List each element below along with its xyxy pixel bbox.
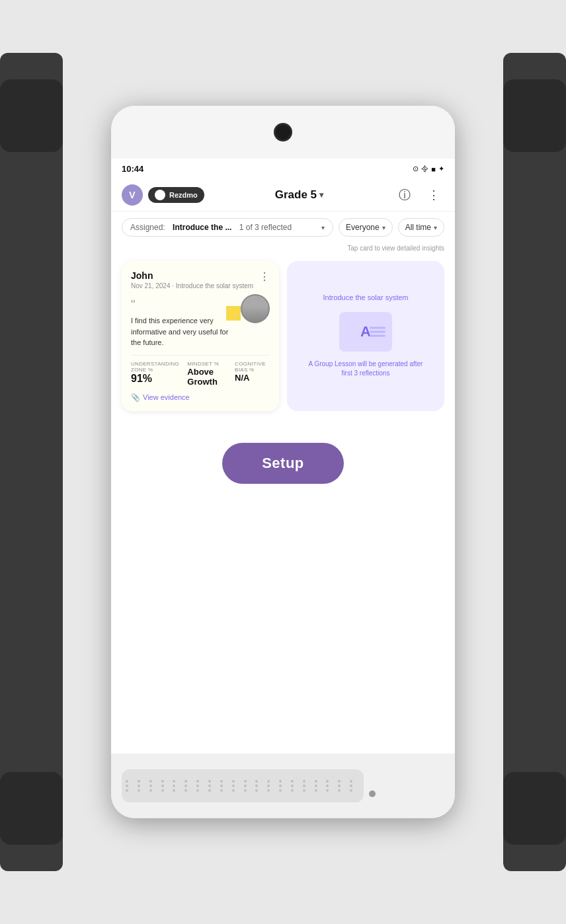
speaker-dot [244,785,247,787]
speaker-dot [220,789,223,792]
quote-mark-icon: " [131,296,237,314]
speaker-dot [244,789,247,792]
speaker-dot [220,785,223,787]
setup-button[interactable]: Setup [222,443,344,484]
speaker-dot [267,785,270,787]
speaker-dot [267,789,270,792]
lesson-lines [370,327,385,337]
stand-wrapper: 10:44 ⊙ 令 ■ ✦ V Rezdmo [0,0,566,924]
group-desc-line1: A Group Lesson will be generated after [309,360,423,367]
status-bar: 10:44 ⊙ 令 ■ ✦ [111,159,455,179]
yellow-dot-decoration [226,306,241,321]
speaker-dot [350,780,352,783]
speaker-dot [255,780,258,783]
card-student-info: John Nov 21, 2024 · Introduce the solar … [131,270,253,289]
toggle-button[interactable]: Rezdmo [148,187,204,203]
speaker-grille [122,769,364,802]
cognitive-value: N/A [235,373,270,383]
status-time: 10:44 [122,164,143,174]
toggle-label: Rezdmo [169,191,198,199]
top-bezel [111,106,455,159]
speaker-dot [326,785,329,787]
avatar-silhouette [242,295,268,322]
assigned-filter[interactable]: Assigned: Introduce the ... 1 of 3 refle… [122,218,333,237]
speaker-dot [126,785,128,787]
speaker-dot [255,785,258,787]
mindset-value: Above Growth [187,367,227,387]
cognitive-metric: COGNITIVE BIAS % N/A [235,361,270,387]
info-icon: ⓘ [399,187,411,203]
everyone-chevron-icon: ▾ [382,224,385,231]
metrics-row: UNDERSTANDING ZONE % 91% MINDSET % Above… [131,355,270,387]
cards-container: John Nov 21, 2024 · Introduce the solar … [111,256,455,416]
toggle-circle [155,190,165,200]
speaker-dot [232,789,235,792]
speaker-dot [338,789,341,792]
speaker-dot [315,789,317,792]
speaker-dot [338,780,341,783]
speaker-dot [303,785,305,787]
grip-bottom-right [503,772,566,845]
card-date: Nov 21, 2024 · Introduce the solar syste… [131,282,253,289]
speaker-dot [196,785,199,787]
speaker-dot [149,785,152,787]
speaker-dot [291,789,294,792]
status-battery-icon: ■ [431,165,436,173]
speaker-dot [232,780,235,783]
grade-chevron-icon: ▾ [319,190,323,200]
status-signal-icon: ⊙ [413,165,419,173]
bottom-bezel-inner [111,764,455,808]
speaker-dot [138,780,140,783]
card-menu-icon: ⋮ [259,271,270,282]
all-time-chevron-icon: ▾ [434,224,437,231]
speaker-dot [338,785,341,787]
view-evidence-label: View evidence [143,393,190,401]
speaker-dot [138,785,140,787]
speaker-dot [208,785,211,787]
student-name: John [131,270,253,281]
speaker-dot [279,785,282,787]
everyone-dropdown[interactable]: Everyone ▾ [339,218,393,237]
screen: 10:44 ⊙ 令 ■ ✦ V Rezdmo [111,159,455,753]
speaker-dot [126,789,128,792]
camera-icon [274,123,292,141]
speaker-dot [196,780,199,783]
grade-selector[interactable]: Grade 5 ▾ [275,188,323,202]
tap-hint-text: Tap card to view detailed insights [347,245,444,252]
speaker-dot [255,789,258,792]
app-header: V Rezdmo Grade 5 ▾ ⓘ ⋮ [111,179,455,212]
group-desc-line2: first 3 reflections [342,369,390,377]
lesson-line-2 [370,331,385,333]
grip-bottom-left [0,772,63,845]
speaker-dot [149,789,152,792]
assigned-prefix: Assigned: [130,223,165,232]
student-avatar [241,294,270,323]
grip-top-left [0,79,63,152]
speaker-dot [173,780,175,783]
assigned-chevron-icon: ▾ [321,224,325,231]
speaker-dot [303,789,305,792]
speaker-dot [267,780,270,783]
avatar[interactable]: V [122,184,143,206]
more-button[interactable]: ⋮ [423,184,444,206]
speaker-dot [350,785,352,787]
all-time-dropdown[interactable]: All time ▾ [398,218,444,237]
quote-content: I find this experience very informative … [131,317,228,346]
info-button[interactable]: ⓘ [394,184,415,206]
speaker-dot [138,789,140,792]
speaker-dot [279,780,282,783]
speaker-dot [279,789,282,792]
tap-hint: Tap card to view detailed insights [111,243,455,256]
student-card[interactable]: John Nov 21, 2024 · Introduce the solar … [122,261,279,411]
view-evidence-button[interactable]: 📎 View evidence [131,393,270,402]
speaker-led [369,790,376,797]
speaker-dot [173,789,175,792]
card-menu-button[interactable]: ⋮ [259,270,270,283]
group-lesson-card[interactable]: Introduce the solar system A A Group Les… [287,261,444,411]
group-lesson-desc: A Group Lesson will be generated after f… [309,360,423,378]
understanding-metric: UNDERSTANDING ZONE % 91% [131,361,179,387]
arm-left [0,53,63,871]
lesson-icon-placeholder: A [339,312,392,352]
speaker-dot [149,780,152,783]
avatar-label: V [129,190,135,200]
